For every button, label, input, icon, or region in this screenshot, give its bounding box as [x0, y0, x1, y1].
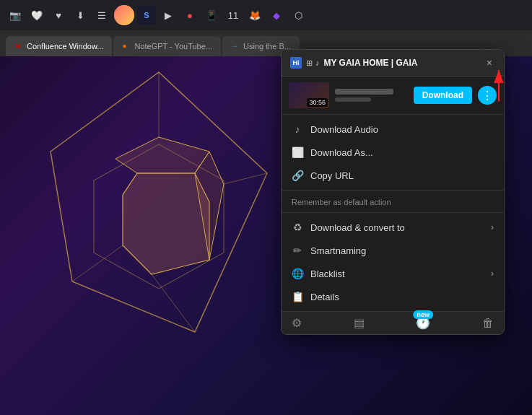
- download-icon[interactable]: ⬇: [71, 6, 90, 25]
- footer-settings-icon[interactable]: ⚙: [292, 316, 302, 330]
- video-subtitle-bar: [335, 97, 371, 102]
- footer-sidebar-icon[interactable]: ▤: [354, 316, 365, 330]
- popup-title: MY GAIA HOME | GAIA: [324, 58, 479, 68]
- footer-trash-icon[interactable]: 🗑: [482, 317, 494, 330]
- video-title-bar: [335, 89, 393, 95]
- video-thumbnail: 30:56: [289, 82, 329, 108]
- copy-url-label: Copy URL: [310, 170, 354, 181]
- smartnaming-icon: ✏: [292, 245, 303, 256]
- heart-icon[interactable]: ♥: [49, 6, 68, 25]
- download-button[interactable]: Download: [414, 87, 472, 104]
- menu-item-copy-url[interactable]: 🔗 Copy URL: [282, 164, 504, 187]
- menu-icon[interactable]: ☰: [92, 6, 111, 25]
- convert-arrow-icon: ›: [491, 222, 494, 232]
- ext-icon-8[interactable]: ⬡: [289, 6, 308, 25]
- menu-item-blacklist[interactable]: 🌐 Blacklist ›: [282, 262, 504, 285]
- popup-close-button[interactable]: ×: [484, 56, 495, 70]
- browser-toolbar: 📷 🤍 ♥ ⬇ ☰ S ▶ ● 📱 11 🦊 ◆ ⬡: [0, 0, 532, 30]
- bookmark-icon[interactable]: 🤍: [27, 6, 46, 25]
- svg-marker-3: [115, 137, 209, 173]
- download-as-icon: ⬜: [292, 147, 303, 158]
- ext-icon-5[interactable]: 11: [224, 6, 243, 25]
- geometric-figure: [36, 58, 282, 361]
- details-label: Details: [310, 292, 339, 302]
- svg-line-6: [224, 173, 267, 184]
- menu-item-download-audio[interactable]: ♪ Download Audio: [282, 118, 504, 141]
- download-audio-label: Download Audio: [310, 124, 378, 135]
- tab-notegpt-label: NoteGPT - YouTube...: [134, 42, 212, 51]
- details-icon: 📋: [292, 291, 303, 302]
- video-duration: 30:56: [307, 98, 328, 107]
- footer-history-icon[interactable]: 🕐 new: [416, 316, 430, 330]
- svg-point-9: [114, 5, 134, 25]
- tab-confluence-label: Confluence Window...: [27, 42, 103, 51]
- blacklist-icon: 🌐: [292, 268, 303, 279]
- smartnaming-label: Smartnaming: [310, 245, 366, 256]
- camera-icon[interactable]: 📷: [6, 6, 25, 25]
- ext-icon-1[interactable]: S: [137, 6, 156, 25]
- toolbar-icons: 📷 🤍 ♥ ⬇ ☰ S ▶ ● 📱 11 🦊 ◆ ⬡: [6, 5, 526, 25]
- popup-favicon: Hi: [290, 57, 302, 69]
- download-as-label: Download As...: [310, 147, 373, 158]
- confluence-favicon: ✕: [14, 42, 23, 51]
- menu-separator-1: [282, 190, 504, 191]
- video-row: 30:56 Download ⋮: [282, 77, 504, 115]
- profile-avatar[interactable]: [114, 5, 134, 25]
- blacklist-label: Blacklist: [310, 268, 345, 279]
- blacklist-arrow-icon: ›: [491, 268, 494, 279]
- ext-icon-4[interactable]: 📱: [202, 6, 221, 25]
- popup-panel: Hi ⊞ ♪ MY GAIA HOME | GAIA × 30:56 Downl…: [281, 49, 505, 335]
- svg-line-7: [72, 245, 123, 281]
- new-badge: new: [414, 310, 434, 319]
- menu-separator-2: [282, 212, 504, 213]
- convert-icon: ♻: [292, 222, 303, 233]
- using-favicon: →: [231, 42, 240, 51]
- menu-item-download-convert[interactable]: ♻ Download & convert to ›: [282, 216, 504, 239]
- ext-icon-6[interactable]: 🦊: [245, 6, 264, 25]
- tab-confluence[interactable]: ✕ Confluence Window...: [6, 36, 112, 56]
- tab-notegpt[interactable]: ● NoteGPT - YouTube...: [113, 36, 221, 56]
- video-info: [335, 89, 408, 102]
- notegpt-favicon: ●: [122, 42, 131, 51]
- svg-marker-2: [123, 173, 209, 274]
- ext-icon-3[interactable]: ●: [180, 6, 199, 25]
- music-icon[interactable]: ♪: [315, 58, 320, 67]
- menu-item-smartnaming[interactable]: ✏ Smartnaming: [282, 239, 504, 262]
- more-dots-icon: ⋮: [481, 89, 493, 102]
- grid-icon[interactable]: ⊞: [306, 58, 313, 68]
- music-note-icon: ♪: [292, 123, 303, 135]
- menu-item-details[interactable]: 📋 Details: [282, 285, 504, 308]
- popup-header: Hi ⊞ ♪ MY GAIA HOME | GAIA ×: [282, 50, 504, 77]
- more-options-button[interactable]: ⋮: [478, 86, 497, 105]
- popup-footer: ⚙ ▤ 🕐 new 🗑: [282, 311, 504, 334]
- download-convert-label: Download & convert to: [310, 222, 405, 233]
- popup-header-icons: ⊞ ♪: [306, 58, 320, 68]
- copy-url-icon: 🔗: [292, 170, 303, 181]
- menu-item-download-as[interactable]: ⬜ Download As...: [282, 141, 504, 164]
- context-menu: ♪ Download Audio ⬜ Download As... 🔗 Copy…: [282, 115, 504, 311]
- ext-icon-7[interactable]: ◆: [267, 6, 286, 25]
- menu-section-label: Remember as default action: [282, 193, 504, 209]
- ext-icon-2[interactable]: ▶: [159, 6, 178, 25]
